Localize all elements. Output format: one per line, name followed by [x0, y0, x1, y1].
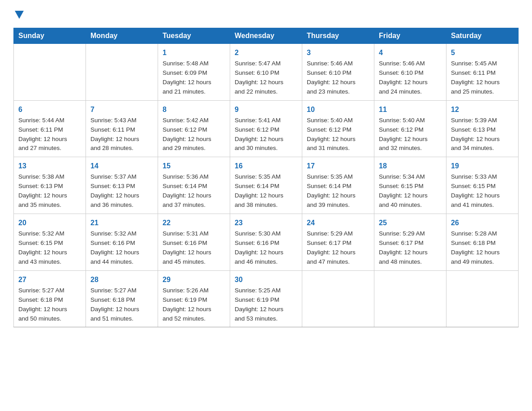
day-info: Sunrise: 5:45 AMSunset: 6:11 PMDaylight:…: [451, 59, 514, 97]
day-number: 23: [235, 218, 297, 228]
day-info: Sunrise: 5:47 AMSunset: 6:10 PMDaylight:…: [235, 59, 297, 97]
calendar-cell: 24Sunrise: 5:29 AMSunset: 6:17 PMDayligh…: [302, 214, 374, 271]
day-info: Sunrise: 5:46 AMSunset: 6:10 PMDaylight:…: [379, 59, 442, 97]
day-number: 22: [163, 218, 225, 228]
calendar-cell: [302, 270, 374, 327]
day-info: Sunrise: 5:42 AMSunset: 6:12 PMDaylight:…: [163, 116, 225, 154]
day-number: 12: [451, 104, 514, 115]
day-info: Sunrise: 5:46 AMSunset: 6:10 PMDaylight:…: [307, 59, 369, 97]
day-info: Sunrise: 5:28 AMSunset: 6:18 PMDaylight:…: [451, 229, 514, 267]
calendar-cell: 19Sunrise: 5:33 AMSunset: 6:15 PMDayligh…: [446, 157, 519, 214]
day-number: 7: [90, 104, 153, 115]
day-number: 15: [163, 161, 225, 171]
day-number: 4: [379, 47, 442, 58]
day-number: 19: [451, 161, 514, 171]
calendar-table: SundayMondayTuesdayWednesdayThursdayFrid…: [13, 28, 519, 327]
page-header: [13, 9, 519, 21]
calendar-cell: 13Sunrise: 5:38 AMSunset: 6:13 PMDayligh…: [14, 157, 86, 214]
calendar-cell: [446, 270, 519, 327]
day-number: 10: [307, 104, 369, 115]
day-number: 6: [18, 104, 81, 115]
logo-triangle-icon: [15, 11, 24, 19]
calendar-cell: 10Sunrise: 5:40 AMSunset: 6:12 PMDayligh…: [302, 100, 374, 157]
day-number: 5: [451, 47, 514, 58]
day-number: 27: [18, 274, 81, 285]
day-number: 11: [379, 104, 442, 115]
day-info: Sunrise: 5:27 AMSunset: 6:18 PMDaylight:…: [18, 286, 81, 324]
calendar-cell: 16Sunrise: 5:35 AMSunset: 6:14 PMDayligh…: [230, 157, 302, 214]
day-info: Sunrise: 5:33 AMSunset: 6:15 PMDaylight:…: [451, 172, 514, 210]
calendar-cell: [86, 44, 158, 101]
day-number: 1: [163, 47, 225, 58]
calendar-cell: 6Sunrise: 5:44 AMSunset: 6:11 PMDaylight…: [14, 100, 86, 157]
calendar-header-wednesday: Wednesday: [230, 28, 302, 44]
calendar-cell: [374, 270, 446, 327]
day-info: Sunrise: 5:35 AMSunset: 6:14 PMDaylight:…: [307, 172, 369, 210]
day-info: Sunrise: 5:25 AMSunset: 6:19 PMDaylight:…: [235, 286, 297, 324]
day-info: Sunrise: 5:27 AMSunset: 6:18 PMDaylight:…: [90, 286, 153, 324]
calendar-cell: 1Sunrise: 5:48 AMSunset: 6:09 PMDaylight…: [158, 44, 230, 101]
calendar-cell: 18Sunrise: 5:34 AMSunset: 6:15 PMDayligh…: [374, 157, 446, 214]
day-info: Sunrise: 5:32 AMSunset: 6:16 PMDaylight:…: [90, 229, 153, 267]
day-number: 28: [90, 274, 153, 285]
day-number: 13: [18, 161, 81, 171]
calendar-cell: 12Sunrise: 5:39 AMSunset: 6:13 PMDayligh…: [446, 100, 519, 157]
day-info: Sunrise: 5:26 AMSunset: 6:19 PMDaylight:…: [163, 286, 225, 324]
day-number: 8: [163, 104, 225, 115]
calendar-cell: 11Sunrise: 5:40 AMSunset: 6:12 PMDayligh…: [374, 100, 446, 157]
calendar-header-saturday: Saturday: [446, 28, 519, 44]
day-number: 3: [307, 47, 369, 58]
calendar-cell: 23Sunrise: 5:30 AMSunset: 6:16 PMDayligh…: [230, 214, 302, 271]
calendar-cell: 8Sunrise: 5:42 AMSunset: 6:12 PMDaylight…: [158, 100, 230, 157]
calendar-cell: 25Sunrise: 5:29 AMSunset: 6:17 PMDayligh…: [374, 214, 446, 271]
calendar-cell: 30Sunrise: 5:25 AMSunset: 6:19 PMDayligh…: [230, 270, 302, 327]
day-info: Sunrise: 5:38 AMSunset: 6:13 PMDaylight:…: [18, 172, 81, 210]
day-info: Sunrise: 5:44 AMSunset: 6:11 PMDaylight:…: [18, 116, 81, 154]
day-number: 24: [307, 218, 369, 228]
day-info: Sunrise: 5:29 AMSunset: 6:17 PMDaylight:…: [307, 229, 369, 267]
day-info: Sunrise: 5:31 AMSunset: 6:16 PMDaylight:…: [163, 229, 225, 267]
day-info: Sunrise: 5:29 AMSunset: 6:17 PMDaylight:…: [379, 229, 442, 267]
day-info: Sunrise: 5:39 AMSunset: 6:13 PMDaylight:…: [451, 116, 514, 154]
calendar-header-friday: Friday: [374, 28, 446, 44]
calendar-cell: 27Sunrise: 5:27 AMSunset: 6:18 PMDayligh…: [14, 270, 86, 327]
calendar-cell: 26Sunrise: 5:28 AMSunset: 6:18 PMDayligh…: [446, 214, 519, 271]
calendar-cell: 21Sunrise: 5:32 AMSunset: 6:16 PMDayligh…: [86, 214, 158, 271]
calendar-cell: 9Sunrise: 5:41 AMSunset: 6:12 PMDaylight…: [230, 100, 302, 157]
calendar-cell: 17Sunrise: 5:35 AMSunset: 6:14 PMDayligh…: [302, 157, 374, 214]
calendar-cell: 7Sunrise: 5:43 AMSunset: 6:11 PMDaylight…: [86, 100, 158, 157]
day-info: Sunrise: 5:35 AMSunset: 6:14 PMDaylight:…: [235, 172, 297, 210]
calendar-week-row: 1Sunrise: 5:48 AMSunset: 6:09 PMDaylight…: [14, 44, 519, 101]
day-number: 17: [307, 161, 369, 171]
day-number: 21: [90, 218, 153, 228]
day-info: Sunrise: 5:40 AMSunset: 6:12 PMDaylight:…: [379, 116, 442, 154]
calendar-header-sunday: Sunday: [14, 28, 86, 44]
calendar-cell: 20Sunrise: 5:32 AMSunset: 6:15 PMDayligh…: [14, 214, 86, 271]
calendar-header-tuesday: Tuesday: [158, 28, 230, 44]
day-info: Sunrise: 5:30 AMSunset: 6:16 PMDaylight:…: [235, 229, 297, 267]
calendar-cell: 14Sunrise: 5:37 AMSunset: 6:13 PMDayligh…: [86, 157, 158, 214]
day-info: Sunrise: 5:43 AMSunset: 6:11 PMDaylight:…: [90, 116, 153, 154]
calendar-cell: [14, 44, 86, 101]
calendar-week-row: 6Sunrise: 5:44 AMSunset: 6:11 PMDaylight…: [14, 100, 519, 157]
day-number: 2: [235, 47, 297, 58]
day-number: 18: [379, 161, 442, 171]
day-number: 29: [163, 274, 225, 285]
calendar-cell: 5Sunrise: 5:45 AMSunset: 6:11 PMDaylight…: [446, 44, 519, 101]
calendar-header-row: SundayMondayTuesdayWednesdayThursdayFrid…: [14, 28, 519, 44]
day-number: 20: [18, 218, 81, 228]
day-number: 16: [235, 161, 297, 171]
calendar-week-row: 20Sunrise: 5:32 AMSunset: 6:15 PMDayligh…: [14, 214, 519, 271]
calendar-cell: 4Sunrise: 5:46 AMSunset: 6:10 PMDaylight…: [374, 44, 446, 101]
calendar-week-row: 27Sunrise: 5:27 AMSunset: 6:18 PMDayligh…: [14, 270, 519, 327]
day-info: Sunrise: 5:36 AMSunset: 6:14 PMDaylight:…: [163, 172, 225, 210]
day-number: 26: [451, 218, 514, 228]
calendar-cell: 2Sunrise: 5:47 AMSunset: 6:10 PMDaylight…: [230, 44, 302, 101]
day-info: Sunrise: 5:48 AMSunset: 6:09 PMDaylight:…: [163, 59, 225, 97]
day-info: Sunrise: 5:40 AMSunset: 6:12 PMDaylight:…: [307, 116, 369, 154]
calendar-cell: 15Sunrise: 5:36 AMSunset: 6:14 PMDayligh…: [158, 157, 230, 214]
day-number: 30: [235, 274, 297, 285]
day-info: Sunrise: 5:41 AMSunset: 6:12 PMDaylight:…: [235, 116, 297, 154]
calendar-cell: 28Sunrise: 5:27 AMSunset: 6:18 PMDayligh…: [86, 270, 158, 327]
day-number: 25: [379, 218, 442, 228]
